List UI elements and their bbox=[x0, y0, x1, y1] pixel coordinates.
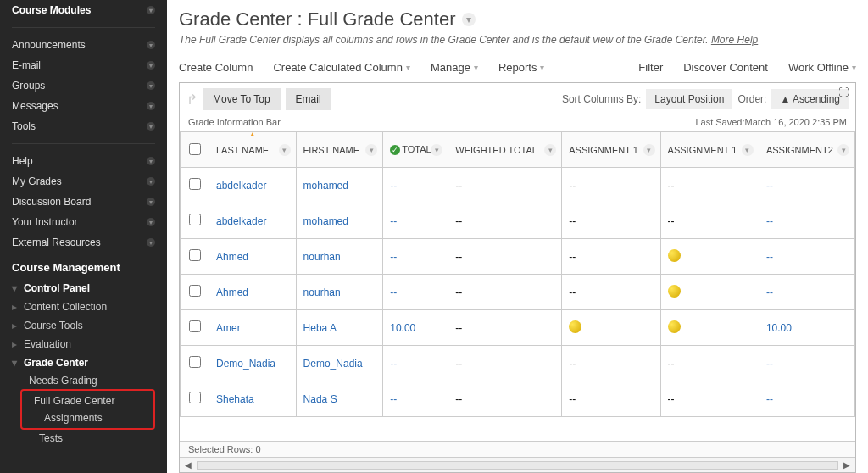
row-checkbox[interactable] bbox=[189, 178, 201, 190]
subitem-assignments[interactable]: Assignments bbox=[25, 409, 150, 426]
table-cell[interactable]: -- bbox=[383, 346, 448, 381]
table-cell[interactable]: -- bbox=[562, 346, 660, 381]
email-button[interactable]: Email bbox=[286, 88, 331, 110]
col-assignment-2[interactable]: ASSIGNMENT2▾ bbox=[759, 132, 854, 168]
table-cell[interactable] bbox=[660, 275, 759, 310]
table-cell[interactable]: -- bbox=[759, 203, 854, 239]
table-cell[interactable]: Demo_Nadia bbox=[296, 346, 383, 381]
table-cell[interactable]: abdelkader bbox=[209, 168, 297, 203]
table-cell[interactable]: -- bbox=[448, 203, 562, 239]
filter-button[interactable]: Filter bbox=[638, 61, 663, 74]
table-cell[interactable]: Ahmed bbox=[209, 239, 297, 275]
table-cell[interactable]: 10.00 bbox=[759, 310, 854, 346]
table-cell[interactable]: -- bbox=[759, 239, 854, 275]
scroll-left-icon[interactable]: ◀ bbox=[185, 460, 192, 470]
table-cell[interactable]: -- bbox=[448, 346, 562, 381]
control-panel-heading[interactable]: ▾Control Panel bbox=[12, 279, 155, 298]
table-cell[interactable]: -- bbox=[562, 275, 660, 310]
row-checkbox[interactable] bbox=[189, 214, 201, 225]
discover-content-button[interactable]: Discover Content bbox=[683, 61, 768, 74]
sidebar-item-my-grades[interactable]: My Grades▾ bbox=[12, 171, 155, 192]
column-menu-icon[interactable]: ▾ bbox=[643, 144, 655, 156]
table-cell[interactable]: -- bbox=[383, 381, 448, 417]
sidebar-item-external-resources[interactable]: External Resources▾ bbox=[12, 232, 155, 253]
table-cell[interactable]: Ahmed bbox=[209, 275, 297, 310]
table-cell[interactable]: -- bbox=[448, 239, 562, 275]
row-checkbox[interactable] bbox=[189, 356, 201, 368]
context-menu-icon[interactable]: ▾ bbox=[462, 13, 476, 26]
sidebar-item-discussion-board[interactable]: Discussion Board▾ bbox=[12, 192, 155, 212]
table-cell[interactable]: -- bbox=[759, 275, 854, 310]
table-cell[interactable]: -- bbox=[448, 381, 562, 417]
col-weighted-total[interactable]: WEIGHTED TOTAL▾ bbox=[448, 132, 562, 168]
table-cell[interactable]: Amer bbox=[209, 310, 297, 346]
table-cell[interactable]: -- bbox=[562, 381, 660, 417]
table-cell[interactable]: -- bbox=[759, 346, 854, 381]
table-cell[interactable] bbox=[660, 239, 759, 275]
create-column-button[interactable]: Create Column bbox=[179, 61, 253, 74]
table-cell[interactable]: -- bbox=[383, 275, 448, 310]
subitem-needs-grading[interactable]: Needs Grading bbox=[12, 372, 155, 389]
table-cell[interactable]: Nada S bbox=[296, 381, 383, 417]
move-handle-icon[interactable]: ↱ bbox=[186, 92, 198, 108]
panel-item-course-tools[interactable]: ▸Course Tools bbox=[12, 316, 155, 335]
row-checkbox[interactable] bbox=[189, 285, 201, 297]
row-checkbox[interactable] bbox=[189, 249, 201, 261]
table-cell[interactable]: -- bbox=[562, 203, 660, 239]
row-checkbox[interactable] bbox=[189, 320, 201, 332]
table-cell[interactable]: -- bbox=[660, 203, 759, 239]
horizontal-scrollbar[interactable]: ◀ ▶ bbox=[180, 457, 855, 472]
table-cell[interactable]: Shehata bbox=[209, 381, 297, 417]
sidebar-item-tools[interactable]: Tools▾ bbox=[12, 116, 155, 136]
table-cell[interactable]: -- bbox=[383, 203, 448, 239]
grade-table-wrap[interactable]: ▲LAST NAME▾ FIRST NAME▾ ✓TOTAL▾ WEIGHTED… bbox=[180, 131, 855, 441]
table-cell[interactable]: -- bbox=[448, 275, 562, 310]
col-assignment-1b[interactable]: ASSIGNMENT 1▾ bbox=[660, 132, 759, 168]
table-cell[interactable]: -- bbox=[448, 168, 562, 203]
ascending-button[interactable]: ▲ Ascending bbox=[771, 89, 849, 109]
layout-position-button[interactable]: Layout Position bbox=[646, 89, 732, 109]
table-cell[interactable]: -- bbox=[562, 239, 660, 275]
table-cell[interactable]: -- bbox=[562, 168, 660, 203]
sidebar-item-messages[interactable]: Messages▾ bbox=[12, 96, 155, 116]
column-menu-icon[interactable]: ▾ bbox=[365, 144, 377, 156]
column-menu-icon[interactable]: ▾ bbox=[279, 144, 291, 156]
move-to-top-button[interactable]: Move To Top bbox=[203, 88, 281, 110]
column-menu-icon[interactable]: ▾ bbox=[431, 144, 442, 156]
table-cell[interactable]: -- bbox=[383, 168, 448, 203]
reports-button[interactable]: Reports▾ bbox=[498, 61, 545, 74]
subitem-full-grade-center[interactable]: Full Grade Center bbox=[25, 392, 150, 409]
table-cell[interactable]: abdelkader bbox=[209, 203, 297, 239]
table-cell[interactable]: -- bbox=[660, 168, 759, 203]
column-menu-icon[interactable]: ▾ bbox=[837, 144, 849, 156]
panel-item-evaluation[interactable]: ▸Evaluation bbox=[12, 335, 155, 353]
sidebar-item-course-modules[interactable]: Course Modules▾ bbox=[12, 0, 155, 20]
table-cell[interactable] bbox=[562, 310, 660, 346]
subitem-tests[interactable]: Tests bbox=[12, 430, 155, 447]
table-cell[interactable]: -- bbox=[660, 346, 759, 381]
col-first-name[interactable]: FIRST NAME▾ bbox=[296, 132, 383, 168]
table-cell[interactable]: -- bbox=[660, 381, 759, 417]
column-menu-icon[interactable]: ▾ bbox=[544, 144, 556, 156]
table-cell[interactable]: -- bbox=[759, 381, 854, 417]
select-all-checkbox[interactable] bbox=[189, 143, 201, 155]
work-offline-button[interactable]: Work Offline▾ bbox=[788, 61, 856, 74]
create-calculated-button[interactable]: Create Calculated Column▾ bbox=[273, 61, 409, 74]
fullscreen-icon[interactable]: ⛶ bbox=[838, 86, 849, 98]
scrollbar-track[interactable] bbox=[197, 461, 838, 470]
col-assignment-1a[interactable]: ASSIGNMENT 1▾ bbox=[562, 132, 660, 168]
panel-item-content-collection[interactable]: ▸Content Collection bbox=[12, 298, 155, 316]
sidebar-item-help[interactable]: Help▾ bbox=[12, 151, 155, 171]
table-cell[interactable] bbox=[660, 310, 759, 346]
table-cell[interactable]: nourhan bbox=[296, 275, 383, 310]
sidebar-item-your-instructor[interactable]: Your Instructor▾ bbox=[12, 212, 155, 232]
table-cell[interactable]: mohamed bbox=[296, 168, 383, 203]
panel-item-grade-center[interactable]: ▾Grade Center bbox=[12, 353, 155, 372]
table-cell[interactable]: -- bbox=[759, 168, 854, 203]
col-last-name[interactable]: ▲LAST NAME▾ bbox=[209, 132, 297, 168]
table-cell[interactable]: Heba A bbox=[296, 310, 383, 346]
col-total[interactable]: ✓TOTAL▾ bbox=[383, 132, 448, 168]
manage-button[interactable]: Manage▾ bbox=[431, 61, 478, 74]
table-cell[interactable]: nourhan bbox=[296, 239, 383, 275]
sidebar-item-announcements[interactable]: Announcements▾ bbox=[12, 35, 155, 55]
